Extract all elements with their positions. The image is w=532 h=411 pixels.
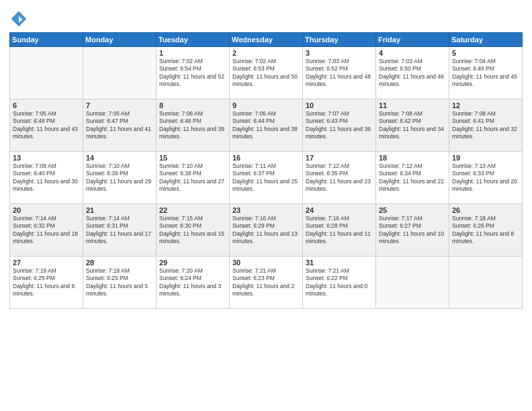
day-number: 11 — [379, 101, 446, 109]
calendar-week-row: 13Sunrise: 7:09 AM Sunset: 6:40 PM Dayli… — [10, 152, 523, 204]
day-info: Sunrise: 7:07 AM Sunset: 6:43 PM Dayligh… — [306, 110, 373, 141]
day-number: 28 — [86, 259, 153, 267]
header — [9, 7, 523, 28]
day-info: Sunrise: 7:08 AM Sunset: 6:42 PM Dayligh… — [379, 110, 446, 141]
calendar-day-cell: 2Sunrise: 7:02 AM Sunset: 6:53 PM Daylig… — [230, 47, 303, 99]
day-number: 9 — [232, 101, 300, 109]
logo — [9, 9, 31, 28]
day-number: 24 — [306, 206, 373, 214]
day-number: 16 — [232, 154, 300, 162]
calendar-day-cell: 15Sunrise: 7:10 AM Sunset: 6:38 PM Dayli… — [157, 152, 230, 204]
day-number: 7 — [86, 101, 153, 109]
calendar-day-cell: 22Sunrise: 7:15 AM Sunset: 6:30 PM Dayli… — [157, 204, 230, 257]
calendar-day-cell: 10Sunrise: 7:07 AM Sunset: 6:43 PM Dayli… — [303, 99, 376, 152]
day-number: 3 — [306, 49, 373, 57]
calendar-week-row: 6Sunrise: 7:05 AM Sunset: 6:48 PM Daylig… — [10, 99, 523, 152]
day-info: Sunrise: 7:15 AM Sunset: 6:30 PM Dayligh… — [159, 215, 226, 246]
day-info: Sunrise: 7:16 AM Sunset: 6:29 PM Dayligh… — [232, 215, 300, 246]
calendar-week-row: 20Sunrise: 7:14 AM Sunset: 6:32 PM Dayli… — [10, 204, 523, 257]
day-number: 21 — [86, 206, 153, 214]
day-number: 5 — [452, 49, 519, 57]
day-number: 25 — [379, 206, 446, 214]
day-info: Sunrise: 7:16 AM Sunset: 6:28 PM Dayligh… — [306, 215, 373, 246]
day-number: 15 — [159, 154, 226, 162]
col-header-thursday: Thursday — [303, 33, 376, 47]
day-info: Sunrise: 7:12 AM Sunset: 6:34 PM Dayligh… — [379, 163, 446, 193]
calendar-day-cell: 28Sunrise: 7:19 AM Sunset: 6:25 PM Dayli… — [83, 257, 157, 309]
calendar-week-row: 27Sunrise: 7:19 AM Sunset: 6:25 PM Dayli… — [10, 257, 523, 309]
col-header-sunday: Sunday — [10, 33, 83, 47]
day-number: 12 — [452, 101, 519, 109]
calendar-day-cell: 30Sunrise: 7:21 AM Sunset: 6:23 PM Dayli… — [230, 257, 303, 309]
calendar-day-cell: 21Sunrise: 7:14 AM Sunset: 6:31 PM Dayli… — [83, 204, 157, 257]
day-info: Sunrise: 7:14 AM Sunset: 6:32 PM Dayligh… — [13, 215, 80, 246]
day-info: Sunrise: 7:09 AM Sunset: 6:40 PM Dayligh… — [13, 163, 80, 193]
calendar-day-cell: 8Sunrise: 7:06 AM Sunset: 6:46 PM Daylig… — [157, 99, 230, 152]
calendar-day-cell: 29Sunrise: 7:20 AM Sunset: 6:24 PM Dayli… — [157, 257, 230, 309]
calendar-day-cell — [376, 257, 449, 309]
day-info: Sunrise: 7:04 AM Sunset: 6:49 PM Dayligh… — [452, 58, 519, 89]
day-number: 18 — [379, 154, 446, 162]
day-info: Sunrise: 7:05 AM Sunset: 6:48 PM Dayligh… — [13, 110, 80, 141]
calendar-day-cell: 9Sunrise: 7:06 AM Sunset: 6:44 PM Daylig… — [230, 99, 303, 152]
day-number: 14 — [86, 154, 153, 162]
calendar-day-cell: 3Sunrise: 7:03 AM Sunset: 6:52 PM Daylig… — [303, 47, 376, 99]
day-info: Sunrise: 7:03 AM Sunset: 6:52 PM Dayligh… — [306, 58, 373, 89]
day-number: 26 — [452, 206, 519, 214]
col-header-wednesday: Wednesday — [230, 33, 303, 47]
day-info: Sunrise: 7:11 AM Sunset: 6:37 PM Dayligh… — [232, 163, 300, 193]
calendar-day-cell: 26Sunrise: 7:18 AM Sunset: 6:26 PM Dayli… — [449, 204, 523, 257]
calendar-day-cell: 14Sunrise: 7:10 AM Sunset: 6:39 PM Dayli… — [83, 152, 157, 204]
day-number: 1 — [159, 49, 226, 57]
day-info: Sunrise: 7:17 AM Sunset: 6:27 PM Dayligh… — [379, 215, 446, 246]
calendar-header-row: SundayMondayTuesdayWednesdayThursdayFrid… — [10, 33, 523, 47]
calendar-day-cell: 12Sunrise: 7:08 AM Sunset: 6:41 PM Dayli… — [449, 99, 523, 152]
calendar-day-cell: 13Sunrise: 7:09 AM Sunset: 6:40 PM Dayli… — [10, 152, 83, 204]
calendar-day-cell: 16Sunrise: 7:11 AM Sunset: 6:37 PM Dayli… — [230, 152, 303, 204]
day-number: 29 — [159, 259, 226, 267]
calendar-day-cell: 24Sunrise: 7:16 AM Sunset: 6:28 PM Dayli… — [303, 204, 376, 257]
day-number: 22 — [159, 206, 226, 214]
day-info: Sunrise: 7:02 AM Sunset: 6:53 PM Dayligh… — [232, 58, 300, 89]
day-number: 20 — [13, 206, 80, 214]
day-info: Sunrise: 7:20 AM Sunset: 6:24 PM Dayligh… — [159, 267, 226, 298]
day-number: 19 — [452, 154, 519, 162]
col-header-tuesday: Tuesday — [157, 33, 230, 47]
calendar-day-cell: 25Sunrise: 7:17 AM Sunset: 6:27 PM Dayli… — [376, 204, 449, 257]
day-info: Sunrise: 7:14 AM Sunset: 6:31 PM Dayligh… — [86, 215, 153, 246]
calendar-day-cell — [449, 257, 523, 309]
calendar-day-cell: 20Sunrise: 7:14 AM Sunset: 6:32 PM Dayli… — [10, 204, 83, 257]
day-number: 8 — [159, 101, 226, 109]
day-info: Sunrise: 7:02 AM Sunset: 6:54 PM Dayligh… — [159, 58, 226, 89]
day-info: Sunrise: 7:08 AM Sunset: 6:41 PM Dayligh… — [452, 110, 519, 141]
day-number: 17 — [306, 154, 373, 162]
day-info: Sunrise: 7:10 AM Sunset: 6:39 PM Dayligh… — [86, 163, 153, 193]
day-number: 6 — [13, 101, 80, 109]
day-info: Sunrise: 7:19 AM Sunset: 6:25 PM Dayligh… — [86, 267, 153, 298]
calendar-table: SundayMondayTuesdayWednesdayThursdayFrid… — [9, 32, 523, 309]
calendar-day-cell: 23Sunrise: 7:16 AM Sunset: 6:29 PM Dayli… — [230, 204, 303, 257]
day-info: Sunrise: 7:21 AM Sunset: 6:22 PM Dayligh… — [306, 267, 373, 298]
col-header-friday: Friday — [376, 33, 449, 47]
calendar-day-cell: 31Sunrise: 7:21 AM Sunset: 6:22 PM Dayli… — [303, 257, 376, 309]
day-info: Sunrise: 7:06 AM Sunset: 6:46 PM Dayligh… — [159, 110, 226, 141]
calendar-day-cell: 1Sunrise: 7:02 AM Sunset: 6:54 PM Daylig… — [157, 47, 230, 99]
day-info: Sunrise: 7:12 AM Sunset: 6:35 PM Dayligh… — [306, 163, 373, 193]
logo-icon — [9, 9, 28, 28]
calendar-day-cell: 11Sunrise: 7:08 AM Sunset: 6:42 PM Dayli… — [376, 99, 449, 152]
day-info: Sunrise: 7:21 AM Sunset: 6:23 PM Dayligh… — [232, 267, 300, 298]
calendar-day-cell — [10, 47, 83, 99]
calendar-week-row: 1Sunrise: 7:02 AM Sunset: 6:54 PM Daylig… — [10, 47, 523, 99]
day-number: 27 — [13, 259, 80, 267]
day-number: 13 — [13, 154, 80, 162]
day-info: Sunrise: 7:19 AM Sunset: 6:25 PM Dayligh… — [13, 267, 80, 298]
day-info: Sunrise: 7:10 AM Sunset: 6:38 PM Dayligh… — [159, 163, 226, 193]
day-info: Sunrise: 7:06 AM Sunset: 6:44 PM Dayligh… — [232, 110, 300, 141]
calendar-day-cell: 18Sunrise: 7:12 AM Sunset: 6:34 PM Dayli… — [376, 152, 449, 204]
day-number: 31 — [306, 259, 373, 267]
day-info: Sunrise: 7:05 AM Sunset: 6:47 PM Dayligh… — [86, 110, 153, 141]
day-number: 30 — [232, 259, 300, 267]
calendar-day-cell: 5Sunrise: 7:04 AM Sunset: 6:49 PM Daylig… — [449, 47, 523, 99]
calendar-day-cell: 27Sunrise: 7:19 AM Sunset: 6:25 PM Dayli… — [10, 257, 83, 309]
day-info: Sunrise: 7:18 AM Sunset: 6:26 PM Dayligh… — [452, 215, 519, 246]
